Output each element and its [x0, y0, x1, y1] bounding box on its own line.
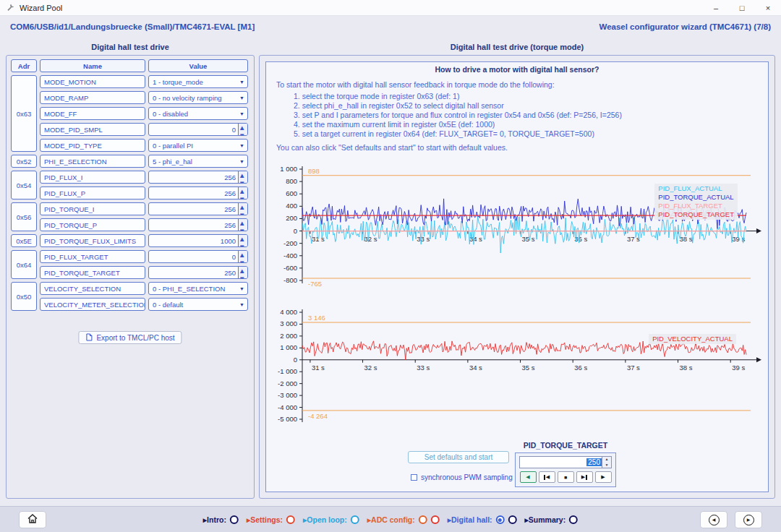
legend-entry: PID_TORQUE_ACTUAL	[658, 193, 734, 202]
dropdown-value: 5 - phi_e_hal	[153, 158, 192, 166]
pid-flux-p-spinbox[interactable]: 256▲▼	[148, 186, 248, 200]
play-reverse-icon: ◀	[526, 474, 529, 480]
spin-down-icon[interactable]: ▼	[239, 243, 247, 247]
spin-down-icon[interactable]: ▼	[239, 179, 247, 184]
register-address: 0x52	[11, 155, 37, 168]
test-drive-panel: How to drive a motor with digital hall s…	[259, 55, 775, 499]
checkbox-box[interactable]	[411, 474, 417, 481]
dropdown-value: 1 - torque_mode	[153, 78, 203, 86]
mode-ff-dropdown[interactable]: 0 - disabled▼	[148, 107, 248, 120]
pid-torque-p-spinbox[interactable]: 256▲▼	[148, 218, 248, 231]
play-forward-button[interactable]: ▶	[595, 471, 612, 483]
svg-text:33 s: 33 s	[417, 235, 430, 243]
instruction-intro: To start the motor with digital hall sen…	[276, 80, 555, 89]
mode-ramp-dropdown[interactable]: 0 - no velocity ramping▼	[148, 91, 248, 104]
minimize-button[interactable]: –	[703, 0, 729, 15]
maximize-button[interactable]: □	[729, 0, 755, 15]
set-defaults-button[interactable]: Set defaults and start	[408, 451, 509, 463]
skip-to-start-button[interactable]: ◀	[539, 471, 555, 483]
stop-button[interactable]: ■	[558, 471, 574, 483]
register-address: 0x5E	[11, 234, 37, 247]
mode-pid-smpl-spinbox[interactable]: 0▲▼	[148, 123, 248, 136]
wizard-step-radio[interactable]	[286, 515, 295, 524]
velocity-selection-dropdown[interactable]: 0 - PHI_E_SELECTION▼	[148, 282, 248, 295]
spinbox-value: 256	[224, 189, 236, 197]
spin-up-icon[interactable]: ▲	[239, 124, 247, 132]
spinner-buttons[interactable]: ▲▼	[238, 219, 247, 231]
spinbox-value: 256	[224, 205, 236, 213]
spin-down-icon[interactable]: ▼	[239, 195, 247, 200]
wizard-step-radio[interactable]	[496, 515, 505, 524]
spin-down-icon[interactable]: ▼	[602, 463, 611, 468]
pid-torque-target-spinbox[interactable]: 250▲▼	[148, 266, 248, 279]
home-button[interactable]	[19, 511, 46, 528]
wizard-step-radio[interactable]	[351, 515, 359, 524]
sync-pwm-checkbox[interactable]: synchronous PWM sampling	[411, 473, 513, 481]
mode-pid-type-dropdown[interactable]: 0 - parallel PI▼	[148, 139, 248, 152]
export-button[interactable]: Export to TMCL/PC host	[78, 331, 182, 344]
svg-text:36 s: 36 s	[574, 364, 587, 372]
chevron-down-icon: ▼	[239, 95, 247, 100]
mode-motion-dropdown[interactable]: 1 - torque_mode▼	[148, 75, 248, 88]
spin-up-icon[interactable]: ▲	[239, 171, 247, 179]
spin-up-icon[interactable]: ▲	[239, 267, 247, 275]
play-forward-icon: ▶	[601, 474, 605, 480]
instruction-step: 5. set a target current in register 0x64…	[294, 129, 622, 139]
wizard-step-radio[interactable]	[431, 515, 440, 524]
wrench-icon	[7, 1, 15, 14]
svg-text:-3 000: -3 000	[278, 391, 297, 399]
spin-down-icon[interactable]: ▼	[239, 211, 247, 215]
wizard-pool-window: Wizard Pool – □ × COM6/USB/id1/Landungsb…	[0, 0, 781, 532]
previous-page-button[interactable]: ◀	[700, 511, 727, 528]
pid-flux-target-spinbox[interactable]: 0▲▼	[148, 250, 248, 263]
play-reverse-button[interactable]: ◀	[520, 471, 537, 483]
spin-up-icon[interactable]: ▲	[239, 203, 247, 211]
spinner-buttons[interactable]: ▲▼	[238, 171, 247, 183]
column-header-value: Value	[148, 59, 248, 72]
svg-text:4 000: 4 000	[280, 308, 297, 316]
next-page-button[interactable]: ▶	[735, 511, 762, 528]
wizard-step-settings: ▸Settings:	[247, 515, 295, 524]
velocity-meter-selection-dropdown[interactable]: 0 - default▼	[148, 298, 248, 311]
spin-down-icon[interactable]: ▼	[239, 259, 247, 263]
pid-flux-i-spinbox[interactable]: 256▲▼	[148, 171, 248, 184]
svg-text:-600: -600	[283, 264, 297, 272]
spin-down-icon[interactable]: ▼	[239, 275, 247, 279]
register-name: VELOCITY_METER_SELECTION	[40, 298, 145, 311]
phi-e-selection-dropdown[interactable]: 5 - phi_e_hal▼	[148, 155, 248, 168]
pid-torque-target-spinbox[interactable]: 250 ▲ ▼	[519, 456, 612, 468]
circled-left-arrow-icon: ◀	[709, 515, 720, 525]
wizard-step-radio[interactable]	[230, 515, 239, 524]
wizard-step-open-loop: ▸Open loop:	[303, 515, 359, 524]
chevron-down-icon: ▼	[239, 143, 247, 148]
spin-up-icon[interactable]: ▲	[602, 457, 611, 463]
close-button[interactable]: ×	[755, 0, 781, 15]
pid-torque-flux-limits-spinbox[interactable]: 1000▲▼	[148, 234, 248, 247]
spinner-buttons[interactable]: ▲▼	[238, 267, 247, 278]
register-address: 0x63	[11, 75, 37, 152]
wizard-step-radio[interactable]	[419, 515, 427, 524]
wizard-step-radio[interactable]	[569, 515, 578, 524]
skip-to-end-button[interactable]: ▶	[576, 471, 593, 483]
register-address: 0x64	[11, 250, 37, 279]
svg-text:33 s: 33 s	[417, 364, 430, 372]
spin-up-icon[interactable]: ▲	[239, 251, 247, 259]
spin-up-icon[interactable]: ▲	[239, 219, 247, 227]
spin-up-icon[interactable]: ▲	[239, 187, 247, 195]
bottom-bar: ▸Intro:▸Settings:▸Open loop:▸ADC config:…	[0, 506, 781, 532]
spin-up-icon[interactable]: ▲	[239, 235, 247, 243]
document-export-icon	[85, 333, 93, 343]
spinner-buttons[interactable]: ▲▼	[238, 187, 247, 199]
skip-to-end-icon: ▶	[581, 474, 585, 480]
spinner-buttons[interactable]: ▲▼	[238, 124, 247, 135]
pid-torque-i-spinbox[interactable]: 256▲▼	[148, 202, 248, 215]
spinner-buttons[interactable]: ▲ ▼	[602, 457, 611, 468]
spin-down-icon[interactable]: ▼	[239, 132, 247, 136]
svg-text:3 146: 3 146	[308, 314, 325, 322]
spinner-buttons[interactable]: ▲▼	[238, 235, 247, 246]
register-name: PID_TORQUE_I	[40, 202, 145, 215]
spin-down-icon[interactable]: ▼	[239, 227, 247, 231]
wizard-step-radio[interactable]	[508, 515, 517, 524]
spinner-buttons[interactable]: ▲▼	[238, 251, 247, 262]
spinner-buttons[interactable]: ▲▼	[238, 203, 247, 215]
